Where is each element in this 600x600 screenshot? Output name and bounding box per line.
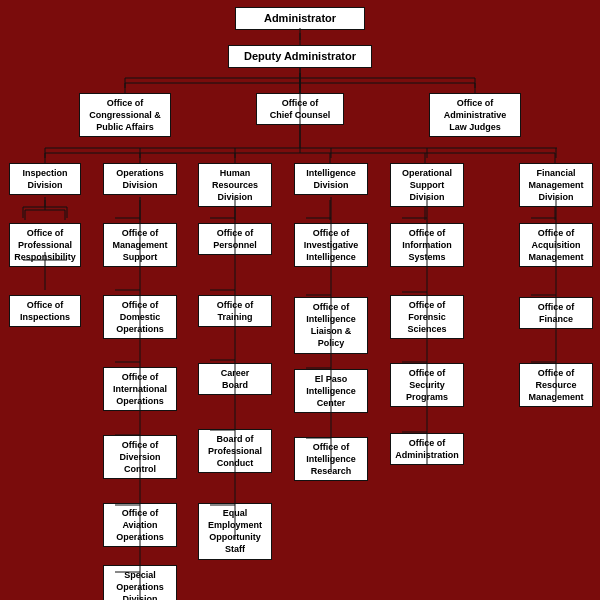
financial-div-box: Financial Management Division	[519, 163, 593, 207]
special-ops-div-box: Special Operations Division	[103, 565, 177, 600]
info-systems-box: Office of Information Systems	[390, 223, 464, 267]
administrator-box: Administrator	[235, 7, 365, 30]
aviation-ops-box: Office of Aviation Operations	[103, 503, 177, 547]
inspection-div-box: Inspection Division	[9, 163, 81, 195]
hr-div-box: Human Resources Division	[198, 163, 272, 207]
intl-ops-box: Office of International Operations	[103, 367, 177, 411]
el-paso-box: El Paso Intelligence Center	[294, 369, 368, 413]
prof-responsibility-box: Office of Professional Responsibility	[9, 223, 81, 267]
intelligence-div-box: Intelligence Division	[294, 163, 368, 195]
investigative-intel-box: Office of Investigative Intelligence	[294, 223, 368, 267]
finance-box: Office of Finance	[519, 297, 593, 329]
career-board-box: Career Board	[198, 363, 272, 395]
personnel-box: Office of Personnel	[198, 223, 272, 255]
operations-div-box: Operations Division	[103, 163, 177, 195]
diversion-control-box: Office of Diversion Control	[103, 435, 177, 479]
inspections-box: Office of Inspections	[9, 295, 81, 327]
resource-mgmt-box: Office of Resource Management	[519, 363, 593, 407]
congressional-box: Office of Congressional & Public Affairs	[79, 93, 171, 137]
deputy-box: Deputy Administrator	[228, 45, 372, 68]
prof-conduct-box: Board of Professional Conduct	[198, 429, 272, 473]
intel-liaison-box: Office of Intelligence Liaison & Policy	[294, 297, 368, 354]
org-chart: Administrator Deputy Administrator Offic…	[0, 0, 600, 600]
acquisition-mgmt-box: Office of Acquisition Management	[519, 223, 593, 267]
forensic-sci-box: Office of Forensic Sciences	[390, 295, 464, 339]
intel-research-box: Office of Intelligence Research	[294, 437, 368, 481]
admin-judges-box: Office of Administrative Law Judges	[429, 93, 521, 137]
domestic-ops-box: Office of Domestic Operations	[103, 295, 177, 339]
mgmt-support-box: Office of Management Support	[103, 223, 177, 267]
chief-counsel-box: Office of Chief Counsel	[256, 93, 344, 125]
training-box: Office of Training	[198, 295, 272, 327]
administration-box: Office of Administration	[390, 433, 464, 465]
op-support-div-box: Operational Support Division	[390, 163, 464, 207]
security-programs-box: Office of Security Programs	[390, 363, 464, 407]
eeo-staff-box: Equal Employment Opportunity Staff	[198, 503, 272, 560]
